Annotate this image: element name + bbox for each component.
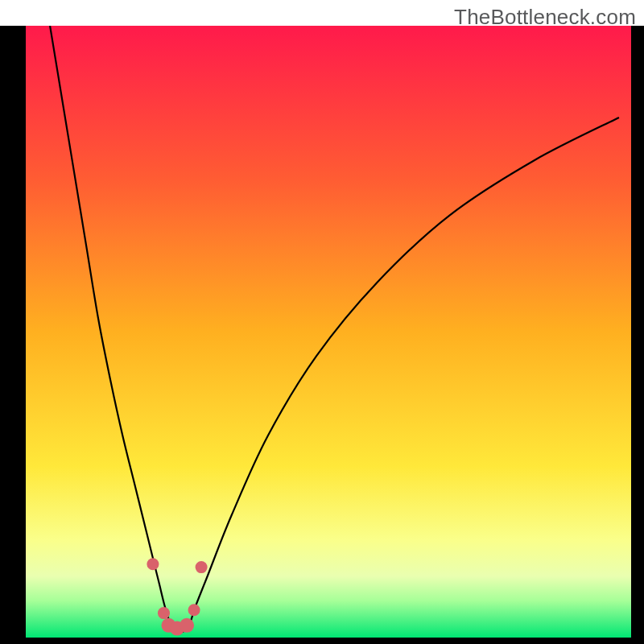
marker-dot [147,558,159,570]
marker-dot [158,607,170,619]
plot-background [26,26,631,638]
watermark-text: TheBottleneck.com [454,5,636,30]
chart-container: { "watermark": "TheBottleneck.com", "cha… [0,0,644,644]
marker-dot [188,604,200,616]
marker-dot [180,618,194,633]
svg-rect-5 [0,26,26,644]
svg-rect-3 [0,638,644,644]
chart-svg [0,0,644,644]
svg-rect-6 [631,26,644,644]
marker-dot [196,561,208,573]
